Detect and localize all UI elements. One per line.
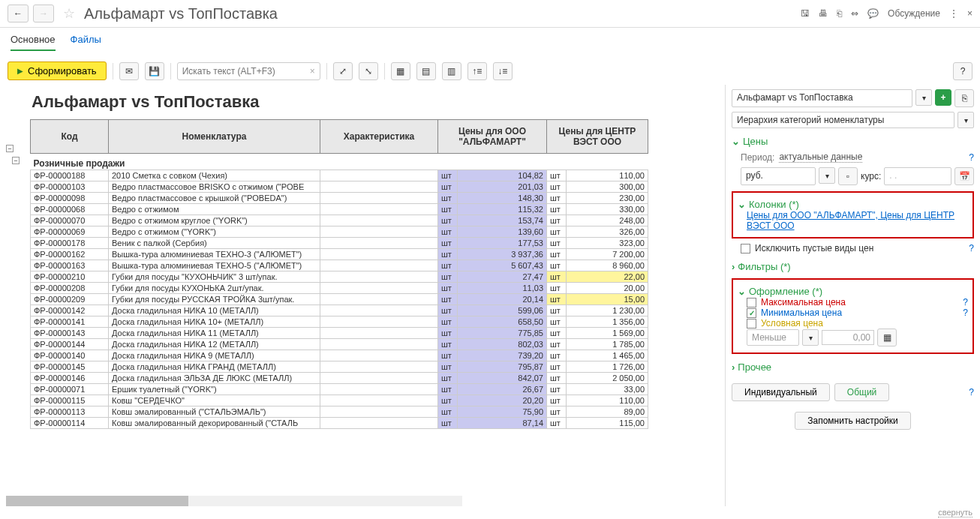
cell-price1: 153,74 bbox=[458, 215, 547, 226]
table-row[interactable]: ФР-00000145Доска гладильная НИКА ГРАНД (… bbox=[31, 362, 648, 373]
tab-main[interactable]: Основное bbox=[11, 34, 56, 51]
table-row[interactable]: ФР-00000163Вышка-тура алюминиевая ТЕХНО-… bbox=[31, 260, 648, 272]
min-price-label: Минимальная цена bbox=[761, 308, 842, 318]
table-row[interactable]: ФР-00000208Губки для посуды КУХОНЬКА 2шт… bbox=[31, 283, 648, 294]
table-row[interactable]: ФР-00000070Ведро с отжимом круглое ("YOR… bbox=[31, 215, 648, 226]
tree-collapse-icon[interactable]: − bbox=[6, 145, 14, 152]
preview-icon[interactable]: ⎗ bbox=[837, 8, 842, 19]
hierarchy-select[interactable]: Иерархия категорий номенклатуры bbox=[732, 112, 954, 128]
table-row[interactable]: ФР-00000143Доска гладильная НИКА 11 (МЕТ… bbox=[31, 328, 648, 339]
table-row[interactable]: ФР-00000103Ведро пластмассовое BRISKO с … bbox=[31, 182, 648, 193]
cell-price1: 775,85 bbox=[458, 328, 547, 339]
cond-op-dropdown-icon[interactable]: ▾ bbox=[802, 329, 819, 346]
sort-desc-icon[interactable]: ↓≡ bbox=[493, 62, 513, 80]
cell-nom: Веник с палкой (Сербия) bbox=[109, 238, 320, 249]
cell-nom: 2010 Сметка с совком (Чехия) bbox=[109, 170, 320, 182]
section-other[interactable]: Прочее bbox=[732, 362, 974, 373]
table-row[interactable]: ФР-00000113Ковш эмалированный ("СТАЛЬЭМА… bbox=[31, 406, 648, 418]
tree-collapse-icon[interactable]: − bbox=[12, 157, 20, 164]
cell-code: ФР-00000146 bbox=[31, 373, 109, 384]
discuss-icon[interactable]: 💬 bbox=[867, 8, 879, 19]
table-row[interactable]: ФР-00000071Ершик туалетный ("YORK")шт26,… bbox=[31, 384, 648, 395]
table-row[interactable]: ФР-00000162Вышка-тура алюминиевая ТЕХНО-… bbox=[31, 249, 648, 260]
period-value[interactable]: актуальные данные bbox=[779, 152, 862, 163]
variant-copy-icon[interactable]: ⎘ bbox=[954, 89, 974, 107]
exclude-empty-checkbox[interactable] bbox=[741, 244, 750, 254]
search-input[interactable] bbox=[178, 63, 305, 80]
min-price-checkbox[interactable] bbox=[747, 308, 756, 318]
table-row[interactable]: ФР-00000178Веник с палкой (Сербия)шт177,… bbox=[31, 238, 648, 249]
table-row[interactable]: ФР-00000209Губки для посуды РУССКАЯ ТРОЙ… bbox=[31, 294, 648, 305]
table-row[interactable]: ФР-00000146Доска гладильная ЭЛЬЗА ДЕ ЛЮК… bbox=[31, 373, 648, 384]
tab-files[interactable]: Файлы bbox=[71, 34, 101, 51]
remember-button[interactable]: Запомнить настройки bbox=[795, 412, 911, 430]
back-button[interactable]: ← bbox=[8, 4, 29, 22]
mode-help-icon[interactable]: ? bbox=[969, 387, 974, 398]
menu-icon[interactable]: ⋮ bbox=[949, 8, 958, 19]
exclude-help-icon[interactable]: ? bbox=[969, 243, 974, 254]
grid2-icon[interactable]: ▤ bbox=[416, 62, 436, 80]
table-row[interactable]: ФР-00000114Ковш эмалированный декорирова… bbox=[31, 418, 648, 429]
horizontal-scrollbar[interactable] bbox=[6, 496, 462, 506]
currency-dropdown-icon[interactable]: ▾ bbox=[819, 167, 835, 184]
expand-icon[interactable]: ⤢ bbox=[333, 62, 353, 80]
close-icon[interactable]: × bbox=[967, 8, 972, 19]
variant-dropdown-icon[interactable]: ▾ bbox=[915, 89, 932, 106]
period-help-icon[interactable]: ? bbox=[969, 152, 974, 163]
save-icon[interactable]: 🖫 bbox=[801, 8, 810, 19]
cell-price2: 1 726,00 bbox=[567, 362, 648, 373]
table-row[interactable]: ФР-00000068Ведро с отжимомшт115,32шт330,… bbox=[31, 204, 648, 215]
cell-char bbox=[320, 193, 438, 204]
section-filters[interactable]: Фильтры (*) bbox=[732, 261, 974, 272]
cell-unit1: шт bbox=[438, 316, 458, 328]
grid1-icon[interactable]: ▦ bbox=[391, 62, 410, 80]
collapse-icon[interactable]: ⤡ bbox=[359, 62, 378, 80]
table-row[interactable]: ФР-00000210Губки для посуды "КУХОНЬЧИК" … bbox=[31, 272, 648, 283]
cond-calc-icon[interactable]: ▦ bbox=[877, 328, 897, 346]
collapse-link[interactable]: свернуть bbox=[938, 508, 972, 518]
max-help-icon[interactable]: ? bbox=[963, 297, 968, 308]
form-button[interactable]: Сформировать bbox=[8, 62, 107, 80]
rate-input[interactable]: . . bbox=[884, 167, 951, 185]
currency-select[interactable]: руб. bbox=[741, 167, 816, 185]
cell-code: ФР-00000103 bbox=[31, 182, 109, 193]
link-icon[interactable]: ⇔ bbox=[851, 8, 858, 19]
hierarchy-dropdown-icon[interactable]: ▾ bbox=[957, 112, 974, 128]
section-prices[interactable]: Цены bbox=[732, 136, 974, 147]
email-icon[interactable]: ✉ bbox=[119, 62, 139, 80]
columns-link[interactable]: Цены для ООО "АЛЬФАМАРТ", Цены для ЦЕНТР… bbox=[738, 210, 968, 231]
add-variant-button[interactable]: + bbox=[935, 89, 951, 106]
calendar-icon[interactable]: 📅 bbox=[954, 167, 974, 185]
cell-unit1: шт bbox=[438, 339, 458, 350]
section-design[interactable]: Оформление (*) bbox=[738, 286, 968, 297]
favorite-icon[interactable]: ☆ bbox=[63, 5, 75, 22]
discuss-label[interactable]: Обсуждение bbox=[888, 8, 940, 19]
help-button[interactable]: ? bbox=[953, 62, 972, 80]
max-price-checkbox[interactable] bbox=[747, 298, 756, 308]
cell-price1: 795,87 bbox=[458, 362, 547, 373]
table-row[interactable]: ФР-00000140Доска гладильная НИКА 9 (МЕТА… bbox=[31, 350, 648, 362]
save-floppy-icon[interactable]: 💾 bbox=[145, 62, 164, 80]
print-icon[interactable]: 🖶 bbox=[819, 8, 828, 19]
search-clear-icon[interactable]: × bbox=[305, 66, 320, 76]
forward-button[interactable]: → bbox=[33, 4, 54, 22]
table-row[interactable]: ФР-00000069Ведро с отжимом ("YORK")шт139… bbox=[31, 226, 648, 238]
table-row[interactable]: ФР-00000144Доска гладильная НИКА 12 (МЕТ… bbox=[31, 339, 648, 350]
cell-nom: Доска гладильная НИКА ГРАНД (МЕТАЛЛ) bbox=[109, 362, 320, 373]
table-row[interactable]: ФР-00000098Ведро пластмассовое с крышкой… bbox=[31, 193, 648, 204]
min-help-icon[interactable]: ? bbox=[963, 308, 968, 318]
cond-op-select[interactable]: Меньше bbox=[747, 329, 799, 346]
variant-select[interactable]: Альфамарт vs ТопПоставка bbox=[732, 89, 912, 107]
table-row[interactable]: ФР-000001882010 Сметка с совком (Чехия)ш… bbox=[31, 170, 648, 182]
individual-button[interactable]: Индивидуальный bbox=[732, 383, 830, 401]
table-row[interactable]: ФР-00000141Доска гладильная НИКА 10+ (МЕ… bbox=[31, 316, 648, 328]
table-row[interactable]: ФР-00000115Ковш "СЕРДЕЧКО"шт20,20шт110,0… bbox=[31, 395, 648, 406]
table-row[interactable]: ФР-00000142Доска гладильная НИКА 10 (МЕТ… bbox=[31, 305, 648, 316]
cond-value-input[interactable] bbox=[822, 330, 874, 345]
cond-price-checkbox[interactable] bbox=[747, 319, 756, 328]
grid3-icon[interactable]: ▥ bbox=[442, 62, 461, 80]
sort-asc-icon[interactable]: ↑≡ bbox=[467, 62, 487, 80]
section-columns[interactable]: Колонки (*) bbox=[738, 199, 968, 210]
currency-pick-icon[interactable]: ▫ bbox=[838, 167, 858, 185]
common-button[interactable]: Общий bbox=[834, 383, 890, 401]
